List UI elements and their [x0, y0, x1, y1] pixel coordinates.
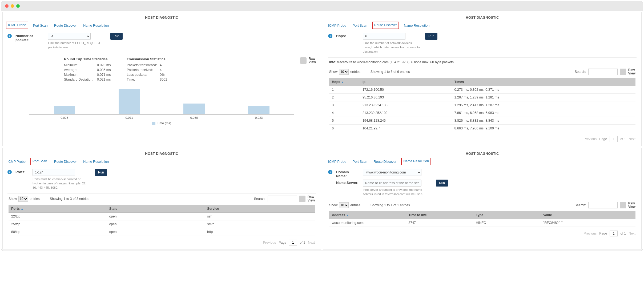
tab-route-discover[interactable]: Route Discover	[54, 158, 77, 165]
tab-icmp-probe[interactable]: ICMP Probe	[7, 158, 26, 165]
toggle-switch-icon[interactable]	[620, 202, 626, 208]
ns-label: Name Server:	[336, 180, 359, 185]
search-input[interactable]	[588, 69, 618, 75]
col-hops[interactable]: Hops▲	[329, 78, 360, 86]
legend-swatch-icon	[152, 122, 155, 125]
tab-icmp-probe[interactable]: ICMP Probe	[6, 22, 28, 29]
info-icon[interactable]: i	[328, 34, 332, 38]
tab-port-scan[interactable]: Port Scan	[353, 22, 367, 29]
pager: Previous Page of 1 Next	[323, 133, 641, 146]
tab-name-resolution[interactable]: Name Resolution	[404, 22, 429, 29]
toggle-switch-icon[interactable]	[300, 57, 307, 64]
tab-name-resolution[interactable]: Name Resolution	[83, 22, 109, 29]
table-row: 6104.21.92.78.663 ms, 7.906 ms, 9.100 ms	[329, 124, 635, 132]
tabs: ICMP Probe Port Scan Route Discover Name…	[3, 158, 321, 165]
tab-name-resolution[interactable]: Name Resolution	[83, 158, 109, 165]
prev-button[interactable]: Previous	[584, 232, 597, 235]
ports-help: Ports must be comma-separated or hyphen …	[33, 177, 91, 190]
col-ports[interactable]: Ports▲	[9, 205, 107, 213]
showing-text: Showing 1 to 6 of 6 entries	[371, 70, 410, 74]
tab-name-resolution[interactable]: Name Resolution	[401, 158, 431, 165]
tab-icmp-probe[interactable]: ICMP Probe	[328, 22, 346, 29]
col-state[interactable]: State	[107, 205, 205, 213]
tab-port-scan[interactable]: Port Scan	[33, 22, 48, 29]
tabs: ICMP Probe Port Scan Route Discover Name…	[323, 22, 641, 29]
portscan-table-controls: Show 10 entries Showing 1 to 3 of 3 entr…	[3, 194, 321, 204]
domain-select[interactable]: www.wocu-monitoring.com	[363, 169, 421, 176]
tab-route-discover[interactable]: Route Discover	[374, 158, 396, 165]
next-button[interactable]: Next	[629, 232, 635, 235]
raw-view-toggle[interactable]: RawView	[620, 202, 635, 209]
maximize-icon[interactable]	[16, 4, 20, 8]
info-icon[interactable]: i	[7, 34, 12, 38]
pager: Previous Page of 1 Next	[323, 228, 641, 240]
minimize-icon[interactable]	[11, 4, 14, 8]
col-ttl[interactable]: Time to live	[406, 211, 473, 219]
nameres-table: Address▲ Time to live Type Value wocu-mo…	[329, 211, 635, 227]
hops-input[interactable]	[363, 33, 405, 40]
run-button[interactable]: Run	[436, 180, 448, 187]
chart-bar	[248, 106, 269, 114]
ns-help: If no server argument is provided, the n…	[363, 188, 432, 196]
page-input[interactable]	[289, 240, 297, 245]
page-input[interactable]	[610, 231, 618, 236]
rtt-title: Round Trip Time Statistics	[64, 57, 111, 61]
panel-title: HOST DIAGNOSTIC	[3, 12, 321, 22]
col-ip[interactable]: Ip	[360, 78, 452, 86]
tab-route-discover[interactable]: Route Discover	[54, 22, 77, 29]
sort-asc-icon: ▲	[346, 214, 349, 217]
ports-label: Ports:	[15, 169, 29, 174]
info-icon[interactable]: i	[328, 170, 332, 174]
raw-view-toggle[interactable]: RawView	[620, 68, 635, 75]
nameres-table-controls: Show 10 entries Showing 1 to 1 of 1 entr…	[323, 200, 641, 210]
run-button[interactable]: Run	[425, 33, 437, 40]
run-button[interactable]: Run	[110, 33, 123, 40]
table-row: 3213.239.224.1331.295 ms, 2.417 ms, 1.28…	[329, 101, 635, 109]
route-form: i Hops: Limit the number of network devi…	[323, 29, 641, 55]
entries-select[interactable]: 10	[339, 69, 349, 75]
table-row: 25/tcpopensmtp	[9, 220, 315, 228]
entries-select[interactable]: 10	[18, 196, 28, 202]
prev-button[interactable]: Previous	[584, 137, 597, 141]
col-value[interactable]: Value	[541, 211, 635, 219]
raw-view-toggle[interactable]: RawView	[299, 195, 315, 202]
next-button[interactable]: Next	[629, 137, 635, 141]
domain-row: i Domain Name: www.wocu-monitoring.com	[323, 165, 641, 179]
run-button[interactable]: Run	[95, 169, 107, 176]
toggle-switch-icon[interactable]	[299, 196, 305, 202]
portscan-form: i Ports: Ports must be comma-separated o…	[3, 165, 321, 191]
chart-x-label: 0.023	[255, 116, 263, 119]
table-row: 1172.16.100.500.273 ms, 0.302 ms, 0.371 …	[329, 86, 635, 93]
icmp-chart: 0.0230.0710.0300.023 Time (ms)	[3, 85, 321, 129]
col-type[interactable]: Type	[473, 211, 541, 219]
col-times[interactable]: Times	[452, 78, 635, 86]
route-info: Info: traceroute to wocu-monitoring.com …	[323, 58, 641, 67]
search-input[interactable]	[268, 196, 297, 202]
ns-input[interactable]	[363, 180, 421, 187]
tabs: ICMP Probe Port Scan Route Discover Name…	[3, 22, 321, 29]
next-button[interactable]: Next	[308, 241, 315, 244]
info-icon[interactable]: i	[7, 170, 12, 174]
table-row: 80/tcpopenhttp	[9, 228, 315, 236]
tab-route-discover[interactable]: Route Discover	[372, 22, 399, 29]
prev-button[interactable]: Previous	[263, 241, 276, 244]
col-address[interactable]: Address▲	[329, 211, 406, 219]
close-icon[interactable]	[5, 4, 9, 8]
tab-port-scan[interactable]: Port Scan	[353, 158, 367, 165]
tab-icmp-probe[interactable]: ICMP Probe	[328, 158, 346, 165]
toggle-switch-icon[interactable]	[620, 69, 626, 75]
search-input[interactable]	[588, 202, 618, 208]
ports-input[interactable]	[33, 169, 75, 176]
tab-port-scan[interactable]: Port Scan	[30, 158, 49, 165]
showing-text: Showing 1 to 1 of 1 entries	[371, 203, 410, 207]
panel-icmp: HOST DIAGNOSTIC ICMP Probe Port Scan Rou…	[2, 12, 321, 146]
page-input[interactable]	[610, 136, 618, 142]
entries-select[interactable]: 10	[339, 202, 349, 208]
table-row: wocu-monitoring.com.3747HINFO"RFC8482" "…	[329, 219, 635, 227]
packets-help: Limit the number of ECHO_REQUEST packets…	[48, 41, 107, 49]
packets-select[interactable]: 4	[48, 33, 91, 40]
packets-label: Number of packets:	[15, 33, 44, 42]
chart-legend: Time (ms)	[29, 119, 294, 125]
raw-view-toggle[interactable]: RawView	[300, 57, 316, 64]
col-service[interactable]: Service	[204, 205, 315, 213]
